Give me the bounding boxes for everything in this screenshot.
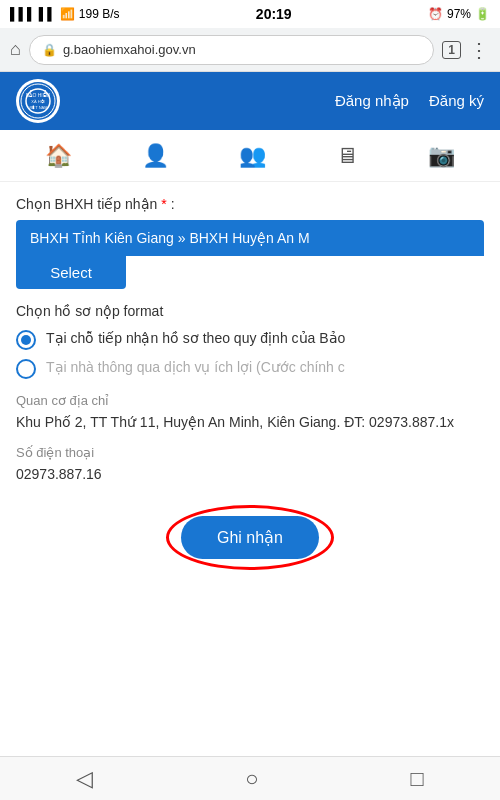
bhxh-value-display: BHXH Tỉnh Kiên Giang » BHXH Huyện An M S…	[16, 220, 484, 303]
camera-nav-icon[interactable]: 📷	[428, 143, 455, 169]
format-section-title: Chọn hồ sơ nộp format	[16, 303, 484, 319]
phone-label: Số điện thoại	[16, 445, 484, 460]
status-left: ▌▌▌ ▌▌ 📶 199 B/s	[10, 7, 120, 21]
lock-icon: 🔒	[42, 43, 57, 57]
address-value: Khu Phố 2, TT Thứ 11, Huyện An Minh, Kiê…	[16, 412, 484, 433]
alarm-icon: ⏰	[428, 7, 443, 21]
wifi-icon: 📶	[60, 7, 75, 21]
group-nav-icon[interactable]: 👥	[239, 143, 266, 169]
required-marker: *	[161, 196, 166, 212]
browser-back-icon[interactable]: ⌂	[10, 39, 21, 60]
nav-recents-icon[interactable]: □	[411, 766, 424, 792]
submit-btn-highlight: Ghi nhận	[166, 505, 334, 570]
header-nav: Đăng nhập Đăng ký	[60, 92, 484, 110]
tab-count[interactable]: 1	[442, 41, 461, 59]
radio-2-circle[interactable]	[16, 359, 36, 379]
radio-option-1[interactable]: Tại chỗ tiếp nhận hồ sơ theo quy định củ…	[16, 329, 484, 350]
nav-icons-bar: 🏠 👤 👥 🖥 📷	[0, 130, 500, 182]
radio-2-label: Tại nhà thông qua dịch vụ ích lợi (Cước …	[46, 358, 345, 378]
app-logo: BẢO HIỂM XÃ HỘI VIỆT NAM	[16, 79, 60, 123]
url-bar[interactable]: 🔒 g.baohiemxahoi.gov.vn	[29, 35, 434, 65]
address-label: Quan cơ địa chỉ	[16, 393, 484, 408]
nav-back-icon[interactable]: ◁	[76, 766, 93, 792]
url-text: g.baohiemxahoi.gov.vn	[63, 42, 196, 57]
submit-button[interactable]: Ghi nhận	[181, 516, 319, 559]
form-content: Chọn BHXH tiếp nhận * : BHXH Tỉnh Kiên G…	[0, 182, 500, 584]
svg-text:XÃ HỘI: XÃ HỘI	[31, 99, 44, 104]
monitor-nav-icon[interactable]: 🖥	[336, 143, 358, 169]
battery-indicator: 97%	[447, 7, 471, 21]
radio-1-label: Tại chỗ tiếp nhận hồ sơ theo quy định củ…	[46, 329, 345, 349]
login-link[interactable]: Đăng nhập	[335, 92, 409, 110]
menu-dots-icon[interactable]: ⋮	[469, 38, 490, 62]
submit-area: Ghi nhận	[16, 505, 484, 570]
radio-option-2[interactable]: Tại nhà thông qua dịch vụ ích lợi (Cước …	[16, 358, 484, 379]
bhxh-field-label: Chọn BHXH tiếp nhận * :	[16, 196, 484, 212]
register-link[interactable]: Đăng ký	[429, 92, 484, 110]
radio-1-circle[interactable]	[16, 330, 36, 350]
app-header: BẢO HIỂM XÃ HỘI VIỆT NAM Đăng nhập Đăng …	[0, 72, 500, 130]
home-nav-icon[interactable]: 🏠	[45, 143, 72, 169]
status-bar: ▌▌▌ ▌▌ 📶 199 B/s 20:19 ⏰ 97% 🔋	[0, 0, 500, 28]
battery-icon: 🔋	[475, 7, 490, 21]
person-nav-icon[interactable]: 👤	[142, 143, 169, 169]
nav-home-icon[interactable]: ○	[245, 766, 258, 792]
logo-inner: BẢO HIỂM XÃ HỘI VIỆT NAM	[19, 82, 57, 120]
status-right: ⏰ 97% 🔋	[428, 7, 490, 21]
speed-indicator: 199 B/s	[79, 7, 120, 21]
svg-text:BẢO HIỂM: BẢO HIỂM	[26, 90, 50, 98]
info-section: Quan cơ địa chỉ Khu Phố 2, TT Thứ 11, Hu…	[16, 393, 484, 485]
bhxh-selected-value: BHXH Tỉnh Kiên Giang » BHXH Huyện An M	[16, 220, 484, 256]
svg-text:VIỆT NAM: VIỆT NAM	[28, 105, 47, 110]
time-display: 20:19	[256, 6, 292, 22]
signal-icon: ▌▌▌ ▌▌	[10, 7, 56, 21]
bottom-nav: ◁ ○ □	[0, 756, 500, 800]
select-button[interactable]: Select	[16, 256, 126, 289]
browser-bar: ⌂ 🔒 g.baohiemxahoi.gov.vn 1 ⋮	[0, 28, 500, 72]
phone-value: 02973.887.16	[16, 464, 484, 485]
